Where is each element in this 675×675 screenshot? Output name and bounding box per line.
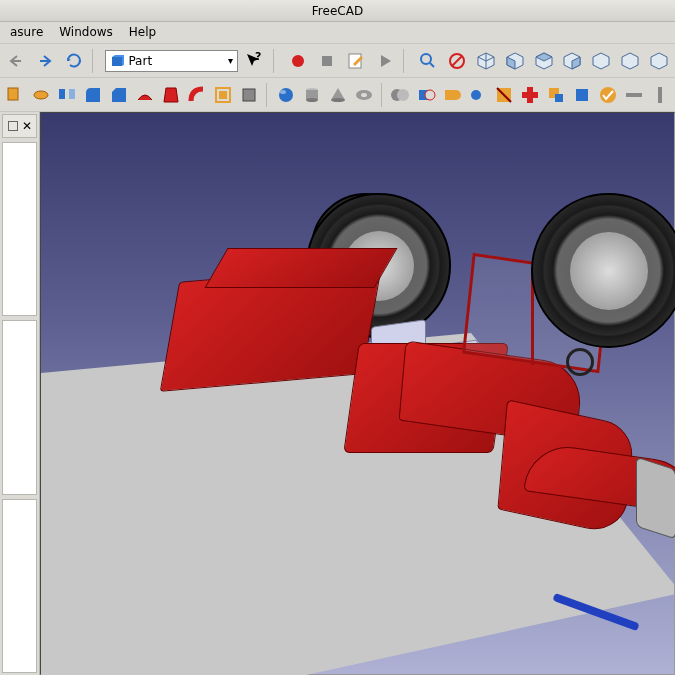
extrude-icon[interactable] <box>4 81 26 109</box>
fuse-icon[interactable] <box>441 81 463 109</box>
svg-point-2 <box>292 55 304 67</box>
cross-icon[interactable] <box>519 81 541 109</box>
chamfer-icon[interactable] <box>108 81 130 109</box>
separator <box>403 49 410 73</box>
cone-icon[interactable] <box>327 81 349 109</box>
no-view-button[interactable] <box>445 47 470 75</box>
right-view-button[interactable] <box>560 47 585 75</box>
svg-point-8 <box>34 91 48 99</box>
svg-point-33 <box>600 87 616 103</box>
section-icon[interactable] <box>493 81 515 109</box>
offset-icon[interactable] <box>212 81 234 109</box>
svg-point-27 <box>451 90 461 100</box>
fillet-icon[interactable] <box>82 81 104 109</box>
loft-icon[interactable] <box>160 81 182 109</box>
panel-header-1: ✕ <box>2 114 37 138</box>
float-icon[interactable] <box>8 121 18 131</box>
top-view-button[interactable] <box>531 47 556 75</box>
menu-bar: asure Windows Help <box>0 22 675 44</box>
measure2-icon[interactable] <box>649 81 671 109</box>
toolbar-main: Part ? <box>0 44 675 78</box>
title-bar: FreeCAD <box>0 0 675 22</box>
svg-point-25 <box>425 90 435 100</box>
main-area: ✕ <box>0 112 675 675</box>
refresh-button[interactable] <box>62 47 87 75</box>
side-panel: ✕ <box>0 112 40 675</box>
svg-point-14 <box>279 88 293 102</box>
front-view-button[interactable] <box>502 47 527 75</box>
menu-measure[interactable]: asure <box>2 22 51 43</box>
sweep-icon[interactable] <box>186 81 208 109</box>
svg-rect-34 <box>626 93 642 97</box>
svg-rect-3 <box>322 56 332 66</box>
svg-rect-9 <box>59 89 65 99</box>
cut-icon[interactable] <box>415 81 437 109</box>
svg-rect-30 <box>527 87 533 103</box>
3d-viewport[interactable] <box>40 112 675 675</box>
menu-help[interactable]: Help <box>121 22 164 43</box>
svg-rect-32 <box>555 94 563 102</box>
separator <box>381 83 384 107</box>
record-button[interactable] <box>286 47 311 75</box>
subtract-icon[interactable] <box>545 81 567 109</box>
menu-windows[interactable]: Windows <box>51 22 121 43</box>
redo-button[interactable] <box>33 47 58 75</box>
svg-point-21 <box>361 93 367 97</box>
check-icon[interactable] <box>597 81 619 109</box>
stop-button[interactable] <box>315 47 340 75</box>
common-icon[interactable] <box>467 81 489 109</box>
thickness-icon[interactable] <box>238 81 260 109</box>
separator <box>266 83 269 107</box>
boolean-icon[interactable] <box>389 81 411 109</box>
svg-text:?: ? <box>255 52 261 63</box>
svg-point-15 <box>280 90 286 94</box>
svg-point-19 <box>331 98 345 102</box>
bottom-view-button[interactable] <box>617 47 642 75</box>
workbench-label: Part <box>128 54 152 68</box>
separator <box>273 49 280 73</box>
zoom-fit-button[interactable] <box>416 47 441 75</box>
svg-point-18 <box>306 98 318 102</box>
macro-edit-button[interactable] <box>343 47 368 75</box>
iso-view-button[interactable] <box>474 47 499 75</box>
svg-rect-0 <box>112 57 122 66</box>
revolve-icon[interactable] <box>30 81 52 109</box>
play-button[interactable] <box>372 47 397 75</box>
back-view-button[interactable] <box>589 47 614 75</box>
app-title: FreeCAD <box>312 4 363 18</box>
property-panel[interactable] <box>2 320 37 494</box>
whatsthis-button[interactable]: ? <box>242 47 267 75</box>
shape-icon[interactable] <box>571 81 593 109</box>
svg-rect-13 <box>243 89 255 101</box>
torus-icon[interactable] <box>353 81 375 109</box>
left-view-button[interactable] <box>646 47 671 75</box>
workbench-selector[interactable]: Part <box>105 50 238 72</box>
toolbar-part <box>0 78 675 112</box>
undo-button[interactable] <box>4 47 29 75</box>
part-icon <box>110 54 124 68</box>
tree-panel[interactable] <box>2 142 37 316</box>
svg-rect-12 <box>219 91 227 99</box>
svg-rect-7 <box>8 88 18 100</box>
close-icon[interactable]: ✕ <box>22 119 32 133</box>
svg-rect-10 <box>69 89 75 99</box>
svg-point-5 <box>421 54 431 64</box>
svg-rect-35 <box>658 87 662 103</box>
measure1-icon[interactable] <box>623 81 645 109</box>
separator <box>92 49 99 73</box>
cylinder-icon[interactable] <box>301 81 323 109</box>
ruled-icon[interactable] <box>134 81 156 109</box>
svg-point-23 <box>397 89 409 101</box>
sphere-icon[interactable] <box>275 81 297 109</box>
mirror-icon[interactable] <box>56 81 78 109</box>
bottom-panel[interactable] <box>2 499 37 673</box>
